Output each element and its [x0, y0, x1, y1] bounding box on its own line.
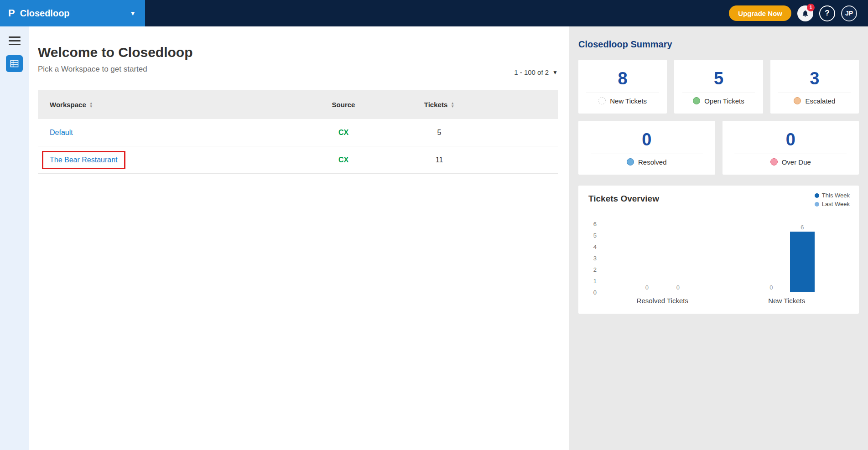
summary-row-2: 0Resolved0Over Due — [578, 121, 859, 175]
chart-category-label: New Tickets — [725, 297, 849, 305]
help-icon: ? — [825, 9, 829, 18]
workspace-table: Workspace ▲▼ Source Tickets ▲▼ DefaultCX… — [38, 90, 558, 174]
app-window: P Closedloop ▼ Upgrade Now 1 ? JP — [0, 0, 868, 450]
y-axis-tick: 2 — [593, 266, 597, 273]
page-title: Welcome to Closedloop — [38, 45, 558, 60]
hamburger-menu-icon[interactable] — [9, 36, 21, 45]
chart-plot: 0006 — [600, 224, 849, 292]
bar-value-label: 0 — [645, 284, 649, 291]
workspace-link[interactable]: Default — [50, 129, 73, 136]
summary-card-value: 0 — [642, 130, 651, 150]
chart-bar — [790, 232, 815, 292]
legend-item: This Week — [815, 192, 850, 199]
chart-category-label: Resolved Tickets — [600, 297, 725, 305]
table-rows: DefaultCX5The Bear RestaurantCX11 — [38, 119, 558, 174]
summary-card-label-row: Over Due — [734, 154, 847, 166]
status-circle-icon — [598, 97, 606, 104]
column-header-workspace[interactable]: Workspace ▲▼ — [38, 101, 293, 109]
chart-title: Tickets Overview — [588, 194, 849, 204]
legend-dot-icon — [815, 193, 819, 198]
summary-card-label-row: Resolved — [591, 154, 703, 166]
summary-panel: Closedloop Summary 8New Tickets5Open Tic… — [569, 26, 868, 450]
avatar-initials: JP — [845, 10, 853, 17]
tickets-cell: 11 — [394, 156, 485, 164]
chart-y-axis: 6543210 — [588, 224, 600, 292]
tickets-overview-card: Tickets Overview This WeekLast Week 6543… — [578, 186, 859, 314]
summary-card-label: New Tickets — [610, 97, 647, 105]
summary-card-value: 5 — [714, 69, 723, 88]
summary-card-label-row: Open Tickets — [682, 93, 755, 105]
topbar-actions: Upgrade Now 1 ? JP — [729, 5, 868, 21]
status-circle-icon — [693, 97, 700, 104]
notifications-button[interactable]: 1 — [797, 5, 813, 21]
chart-categories: Resolved TicketsNew Tickets — [600, 297, 849, 305]
summary-card: 0Resolved — [578, 121, 715, 175]
pagination-control[interactable]: 1 - 100 of 2 ▼ — [514, 68, 558, 76]
column-header-tickets[interactable]: Tickets ▲▼ — [394, 101, 485, 109]
summary-card-value: 8 — [618, 69, 628, 88]
sidebar — [0, 26, 29, 450]
y-axis-tick: 6 — [593, 221, 597, 228]
table-row: The Bear RestaurantCX11 — [38, 146, 558, 174]
brand-logo: P — [8, 7, 15, 19]
sort-icon[interactable]: ▲▼ — [89, 102, 93, 108]
summary-card: 3Escalated — [770, 60, 859, 114]
summary-card: 8New Tickets — [578, 60, 667, 114]
workspace-link[interactable]: The Bear Restaurant — [50, 156, 118, 164]
page-subtitle: Pick a Workspace to get started — [38, 65, 558, 74]
main-content: Welcome to Closedloop Pick a Workspace t… — [29, 26, 569, 450]
chart-legend: This WeekLast Week — [815, 192, 850, 209]
summary-card-label-row: New Tickets — [586, 93, 659, 105]
status-circle-icon — [627, 158, 634, 166]
column-header-source[interactable]: Source — [293, 101, 394, 109]
avatar[interactable]: JP — [841, 5, 857, 21]
y-axis-tick: 0 — [593, 289, 597, 296]
y-axis-tick: 3 — [593, 255, 597, 262]
bar-value-label: 0 — [676, 284, 680, 291]
source-cell: CX — [293, 129, 394, 137]
bar-value-label: 0 — [769, 284, 773, 291]
summary-card-label: Over Due — [782, 158, 811, 166]
summary-card: 5Open Tickets — [674, 60, 763, 114]
y-axis-tick: 4 — [593, 243, 597, 250]
table-row: DefaultCX5 — [38, 119, 558, 146]
summary-card: 0Over Due — [722, 121, 859, 175]
chart-bar-group: 00 — [600, 224, 725, 292]
tickets-cell: 5 — [394, 129, 485, 137]
table-icon — [10, 59, 19, 68]
status-circle-icon — [770, 158, 778, 166]
chevron-down-icon: ▼ — [552, 69, 558, 76]
summary-card-label: Escalated — [805, 97, 835, 105]
sort-icon[interactable]: ▲▼ — [451, 102, 454, 108]
workspace-switcher[interactable]: P Closedloop ▼ — [0, 0, 145, 26]
summary-card-value: 0 — [786, 130, 795, 150]
chart-bar-group: 06 — [725, 224, 849, 292]
top-bar: P Closedloop ▼ Upgrade Now 1 ? JP — [0, 0, 868, 26]
source-cell: CX — [293, 156, 394, 164]
summary-row-1: 8New Tickets5Open Tickets3Escalated — [578, 60, 859, 114]
summary-card-label: Resolved — [638, 158, 667, 166]
help-button[interactable]: ? — [819, 5, 835, 21]
summary-card-value: 3 — [810, 69, 819, 88]
legend-item: Last Week — [815, 201, 850, 207]
upgrade-now-button[interactable]: Upgrade Now — [729, 5, 791, 21]
sidebar-item-workspaces[interactable] — [6, 55, 23, 72]
y-axis-tick: 5 — [593, 232, 597, 239]
pagination-label: 1 - 100 of 2 — [514, 68, 549, 76]
notification-badge: 1 — [807, 4, 815, 11]
summary-card-label: Open Tickets — [704, 97, 744, 105]
highlight-box: The Bear Restaurant — [42, 151, 125, 169]
y-axis-tick: 1 — [593, 278, 597, 284]
table-header: Workspace ▲▼ Source Tickets ▲▼ — [38, 90, 558, 119]
chevron-down-icon: ▼ — [130, 10, 136, 17]
status-circle-icon — [794, 97, 801, 104]
summary-title: Closedloop Summary — [578, 39, 859, 50]
chart-area: 6543210 0006 — [588, 224, 849, 292]
legend-dot-icon — [815, 202, 819, 207]
brand-name: Closedloop — [20, 8, 70, 19]
bar-value-label: 6 — [800, 224, 804, 231]
summary-card-label-row: Escalated — [778, 93, 851, 105]
